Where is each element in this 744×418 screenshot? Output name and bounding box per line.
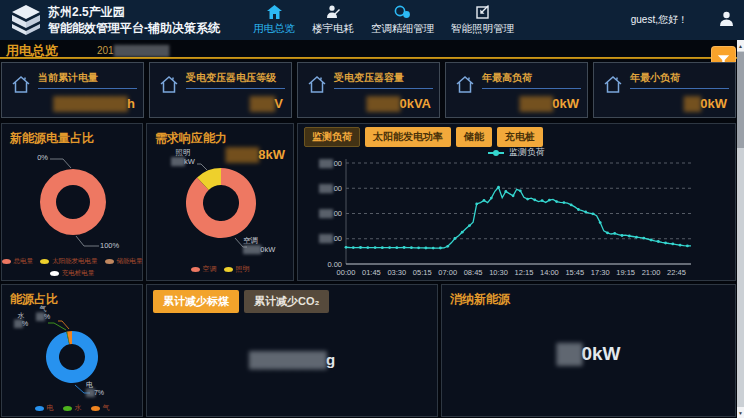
legend-marker: [191, 267, 200, 272]
tab-storage[interactable]: 储能: [456, 127, 492, 147]
tab-coal-reduction[interactable]: 累计减少标煤: [153, 290, 239, 313]
x-tick-label: 03:30: [387, 268, 406, 277]
house-icon: [158, 74, 180, 94]
legend-item[interactable]: 照明: [224, 264, 250, 274]
x-tick-label: 21:00: [642, 268, 661, 277]
page-scrollbar[interactable]: ▲ ▼: [737, 40, 744, 418]
data-point: [395, 246, 398, 249]
kpi-value: ████0kW: [519, 96, 579, 111]
data-point: [388, 246, 391, 249]
legend-marker: [91, 406, 100, 411]
callout-gas: 气 ██%: [36, 305, 50, 321]
kpi-value-censored: ██: [684, 96, 700, 111]
house-icon: [306, 74, 328, 94]
callout-suffix: %: [44, 313, 50, 320]
legend-row: 电 水 气: [2, 403, 142, 413]
donut-slice: [46, 331, 98, 383]
legend-label: 水: [75, 403, 82, 413]
callout-ac: 空调 ████0kW: [243, 236, 293, 254]
legend-label: 气: [103, 403, 110, 413]
tab-co2-reduction[interactable]: 累计减少CO₂: [244, 290, 329, 313]
kpi-underline: [630, 88, 729, 89]
nav-item-lighting-management[interactable]: 智能照明管理: [451, 3, 514, 36]
y-tick-censored: ███: [319, 184, 334, 194]
scrollbar-thumb[interactable]: [737, 52, 744, 148]
data-point: [650, 239, 653, 242]
kpi-value-censored: ████: [519, 96, 552, 111]
data-point: [526, 198, 529, 201]
main-nav: 用电总览 楼宇电耗 空调精细管理 智能照明管理: [253, 3, 514, 36]
nav-item-power-overview[interactable]: 用电总览: [253, 3, 295, 36]
x-tick-label: 14:00: [540, 268, 559, 277]
load-line-chart: ███00███00███00███000.0000:0001:4503:300…: [298, 153, 737, 279]
data-point: [533, 199, 536, 202]
kpi-underline: [334, 88, 433, 89]
panel-demand-response: 需求响应能力 ████8kW 照明 ███kW 空调 ████0kW 空调 照明: [146, 123, 294, 281]
callout-censored: ████: [243, 245, 260, 254]
legend-label: 空调: [203, 264, 217, 274]
legend-item[interactable]: 太阳能发电电量: [40, 257, 98, 266]
legend-item[interactable]: 空调: [191, 264, 217, 274]
callout-censored: ██: [14, 320, 22, 327]
legend-item[interactable]: 水: [63, 403, 82, 413]
x-tick-label: 12:15: [515, 268, 534, 277]
kpi-value: █████████h: [53, 96, 135, 111]
data-point: [599, 221, 602, 224]
callout-label: 空调: [243, 236, 293, 245]
legend-item[interactable]: 储能电量: [105, 257, 143, 266]
data-point: [374, 246, 377, 249]
data-point: [446, 245, 449, 248]
panel-carbon-reduction: 累计减少标煤 累计减少CO₂ ████████g: [146, 284, 438, 417]
kpi-card-transformer-capacity: 受电变压器容量 ████0kVA: [297, 62, 440, 118]
legend-item[interactable]: 总电量: [2, 257, 34, 266]
legend-item[interactable]: 电: [35, 403, 54, 413]
x-tick-label: 01:45: [362, 268, 381, 277]
data-point: [483, 199, 486, 202]
data-point: [686, 245, 689, 248]
app-title-line1: 苏州2.5产业园: [48, 4, 220, 20]
data-point: [613, 232, 616, 235]
nav-label: 空调精细管理: [371, 22, 434, 36]
data-point: [432, 247, 435, 250]
top-header: 苏州2.5产业园 智能能效管理平台-辅助决策系统 用电总览 楼宇电耗 空调精: [0, 0, 744, 40]
legend-item[interactable]: 气: [91, 403, 110, 413]
data-point: [381, 246, 384, 249]
y-tick-suffix: 00: [334, 159, 342, 168]
nav-item-hvac-management[interactable]: 空调精细管理: [371, 3, 434, 36]
callout-label: 电: [86, 381, 104, 389]
tab-solar-power[interactable]: 太阳能发电功率: [365, 127, 451, 147]
callout-censored: ██: [86, 389, 94, 396]
data-point: [642, 237, 645, 240]
app-title: 苏州2.5产业园 智能能效管理平台-辅助决策系统: [48, 4, 220, 36]
data-point: [635, 236, 638, 239]
kpi-underline: [38, 88, 137, 89]
nav-item-building-power[interactable]: 楼宇电耗: [312, 3, 354, 36]
scroll-up-arrow[interactable]: ▲: [737, 40, 744, 51]
donut-slice: [40, 169, 73, 235]
carbon-tabs: 累计减少标煤 累计减少CO₂: [153, 290, 329, 313]
kpi-value: ██0kW: [684, 96, 727, 111]
callout-suffix: 0kW: [260, 245, 275, 254]
callout-suffix: kW: [184, 157, 195, 166]
renewable-value: ██0kW: [442, 343, 735, 365]
data-point: [417, 246, 420, 249]
tab-monitor-load[interactable]: 监测负荷: [304, 127, 360, 147]
scroll-down-arrow[interactable]: ▼: [737, 407, 744, 418]
app-title-line2: 智能能效管理平台-辅助决策系统: [48, 20, 220, 36]
data-point: [671, 243, 674, 246]
data-point: [490, 197, 493, 200]
kpi-card-annual-max-load: 年最高负荷 ████0kW: [445, 62, 588, 118]
legend-item[interactable]: 充电桩电量: [50, 269, 95, 278]
kpi-card-annual-min-load: 年最小负荷 ██0kW: [593, 62, 736, 118]
page-date-prefix: 201: [97, 45, 114, 56]
house-icon: [602, 74, 624, 94]
panel-energy-mix: 能源占比 气 ██% 水 ██% 电 ██7% 电 水 气: [1, 284, 143, 417]
data-point: [512, 194, 515, 197]
data-point: [548, 199, 551, 202]
user-icon[interactable]: [719, 11, 734, 26]
data-point: [621, 234, 624, 237]
house-icon: [454, 74, 476, 94]
legend-label: 电: [47, 403, 54, 413]
legend-marker: [50, 271, 59, 276]
tab-charging-pile[interactable]: 充电桩: [497, 127, 543, 147]
